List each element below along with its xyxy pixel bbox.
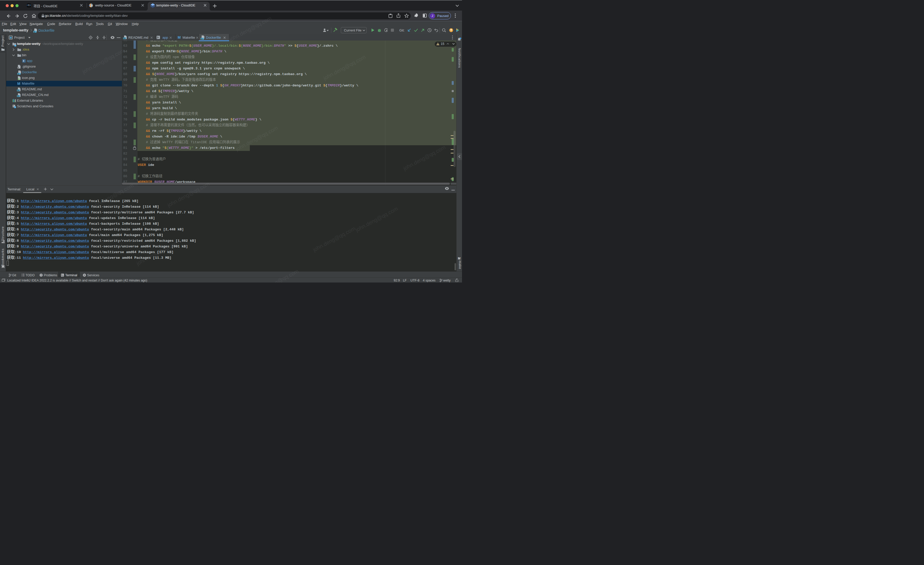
svg-text:MD: MD	[17, 95, 20, 97]
svg-text:D: D	[201, 38, 203, 40]
svg-text:MD: MD	[17, 90, 20, 91]
svg-text:D: D	[34, 31, 36, 33]
svg-text:MD: MD	[123, 38, 126, 39]
svg-text:D: D	[18, 73, 20, 75]
svg-text:JS: JS	[90, 5, 93, 6]
